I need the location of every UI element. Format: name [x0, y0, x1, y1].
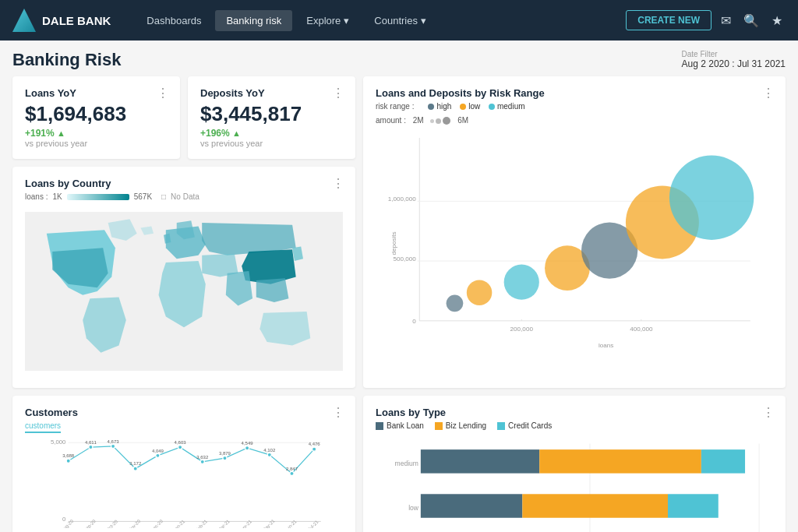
map-legend-nodata: □	[161, 192, 166, 201]
svg-text:3,879: 3,879	[219, 451, 231, 456]
svg-text:500,000: 500,000	[393, 255, 416, 262]
svg-rect-74	[522, 494, 668, 517]
svg-text:4,549: 4,549	[242, 441, 254, 446]
bar-menu[interactable]: ⋮	[762, 405, 775, 420]
deposits-kpi-card: Deposits YoY ⋮ $3,445,817 +196% ▲ vs pre…	[188, 76, 355, 159]
svg-text:4,102: 4,102	[263, 448, 276, 453]
svg-text:5,000: 5,000	[51, 439, 65, 446]
nav-countries[interactable]: Countries ▾	[363, 10, 437, 31]
svg-point-25	[156, 453, 160, 457]
map-legend-min: 1K	[52, 192, 62, 201]
kpi-row: Loans YoY ⋮ $1,694,683 +191% ▲ vs previo…	[12, 76, 355, 159]
world-map	[25, 206, 343, 377]
nav-actions: CREATE NEW ✉ 🔍 ★	[626, 10, 786, 31]
svg-point-60	[669, 156, 754, 240]
loans-by-type-card: Loans by Type ⋮ Bank Loan Biz Lending Cr…	[363, 396, 786, 532]
deposits-kpi-menu[interactable]: ⋮	[332, 86, 344, 100]
star-icon[interactable]: ★	[768, 10, 786, 31]
chevron-down-icon: ▾	[344, 15, 349, 26]
logo-icon	[12, 9, 36, 32]
svg-text:Sep-20: Sep-20	[83, 518, 97, 528]
svg-text:loans: loans	[598, 342, 613, 349]
svg-text:3,172: 3,172	[129, 461, 142, 466]
svg-text:Jul-21: Jul-21	[307, 520, 320, 528]
map-legend-max: 567K	[134, 192, 152, 201]
svg-point-54	[447, 294, 464, 312]
svg-text:May-21: May-21	[261, 518, 276, 528]
svg-text:Nov-20: Nov-20	[127, 518, 141, 528]
dashboard-grid: Loans YoY ⋮ $1,694,683 +191% ▲ vs previo…	[12, 76, 786, 532]
svg-point-55	[467, 280, 493, 305]
loans-kpi-sub: vs previous year	[25, 139, 168, 148]
nav-links: Dashboards Banking risk Explore ▾ Countr…	[136, 10, 626, 31]
bar-legend: Bank Loan Biz Lending Credit Cards	[376, 421, 773, 430]
svg-text:2,847: 2,847	[286, 467, 298, 471]
bar-title: Loans by Type	[376, 407, 773, 418]
svg-point-39	[312, 447, 316, 451]
svg-point-31	[223, 456, 227, 460]
svg-point-17	[66, 459, 70, 463]
svg-text:deposits: deposits	[390, 231, 397, 255]
loans-kpi-card: Loans YoY ⋮ $1,694,683 +191% ▲ vs previo…	[12, 76, 180, 159]
svg-text:Mar-21: Mar-21	[217, 519, 231, 528]
scatter-chart: deposits loans 0 500,000 1,000,000 200,0…	[376, 131, 773, 349]
customers-menu[interactable]: ⋮	[332, 405, 344, 420]
svg-text:Jan-21: Jan-21	[172, 519, 186, 528]
loans-by-country-card: Loans by Country ⋮ loans : 1K 567K □ No …	[12, 167, 355, 388]
svg-point-19	[89, 445, 93, 449]
svg-point-27	[178, 446, 182, 449]
loans-kpi-value: $1,694,683	[25, 102, 168, 126]
svg-text:0: 0	[412, 318, 416, 325]
svg-text:4,049: 4,049	[152, 449, 164, 453]
date-filter[interactable]: Date Filter Aug 2 2020 : Jul 31 2021	[682, 50, 786, 69]
nav-explore[interactable]: Explore ▾	[295, 10, 360, 31]
svg-point-37	[290, 471, 294, 475]
svg-point-56	[504, 265, 539, 300]
deposits-kpi-change: +196%	[200, 128, 230, 139]
svg-rect-71	[539, 449, 701, 473]
svg-text:Feb-21: Feb-21	[195, 519, 209, 528]
svg-text:4,603: 4,603	[175, 440, 187, 445]
nav-banking-risk[interactable]: Banking risk	[215, 10, 292, 31]
map-title: Loans by Country	[25, 178, 343, 189]
deposits-kpi-value: $3,445,817	[200, 102, 343, 126]
svg-text:3,688: 3,688	[62, 453, 75, 458]
search-icon[interactable]: 🔍	[740, 10, 762, 31]
svg-text:0: 0	[62, 516, 65, 523]
mail-icon[interactable]: ✉	[718, 10, 734, 31]
bar-chart: medium low high 0 500,000 1,000,000	[376, 436, 773, 532]
svg-text:400,000: 400,000	[630, 326, 653, 333]
svg-text:1,000,000: 1,000,000	[388, 196, 417, 203]
deposits-kpi-sub: vs previous year	[200, 139, 343, 148]
create-new-button[interactable]: CREATE NEW	[626, 10, 711, 30]
app-name: DALE BANK	[42, 14, 111, 27]
map-gradient	[67, 194, 129, 200]
svg-text:4,673: 4,673	[108, 439, 120, 444]
customers-title: Customers	[25, 407, 343, 418]
scatter-title: Loans and Deposits by Risk Range	[376, 87, 773, 99]
svg-text:Apr-21: Apr-21	[239, 519, 252, 528]
scatter-card: Loans and Deposits by Risk Range ⋮ risk …	[363, 76, 786, 388]
chevron-down-icon: ▾	[421, 15, 426, 26]
svg-text:Oct-20: Oct-20	[105, 519, 118, 528]
svg-text:3,632: 3,632	[196, 455, 209, 460]
navbar: DALE BANK Dashboards Banking risk Explor…	[0, 0, 798, 41]
loans-kpi-title: Loans YoY	[25, 87, 168, 99]
svg-text:4,611: 4,611	[85, 440, 97, 445]
svg-point-33	[245, 446, 249, 450]
scatter-menu[interactable]: ⋮	[762, 86, 775, 100]
scatter-legend-risk: risk range : high low medium	[376, 102, 525, 111]
svg-point-21	[111, 444, 115, 448]
svg-text:4,476: 4,476	[309, 442, 321, 446]
loans-kpi-menu[interactable]: ⋮	[157, 86, 169, 100]
deposits-kpi-title: Deposits YoY	[200, 87, 343, 99]
customers-card: Customers ⋮ customers 5,000 0 Aug-20Sep-…	[12, 396, 355, 532]
logo[interactable]: DALE BANK	[12, 9, 111, 32]
svg-text:Jun-21: Jun-21	[284, 519, 298, 528]
svg-point-23	[133, 467, 137, 470]
map-menu[interactable]: ⋮	[332, 176, 344, 191]
scatter-amount-legend: amount : 2M 6M	[376, 116, 773, 125]
svg-text:200,000: 200,000	[510, 326, 534, 333]
nav-dashboards[interactable]: Dashboards	[136, 10, 212, 31]
customers-legend: customers	[25, 421, 343, 430]
